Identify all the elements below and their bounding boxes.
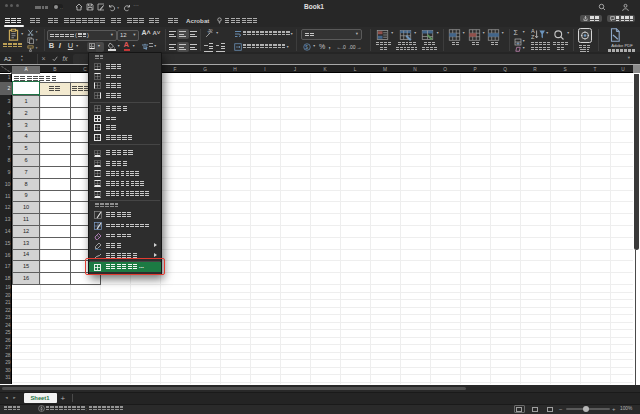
svg-text:ab: ab (206, 29, 214, 35)
svg-text:$: $ (305, 43, 308, 49)
svg-text:Z: Z (531, 34, 535, 40)
svg-text:A: A (531, 28, 535, 34)
